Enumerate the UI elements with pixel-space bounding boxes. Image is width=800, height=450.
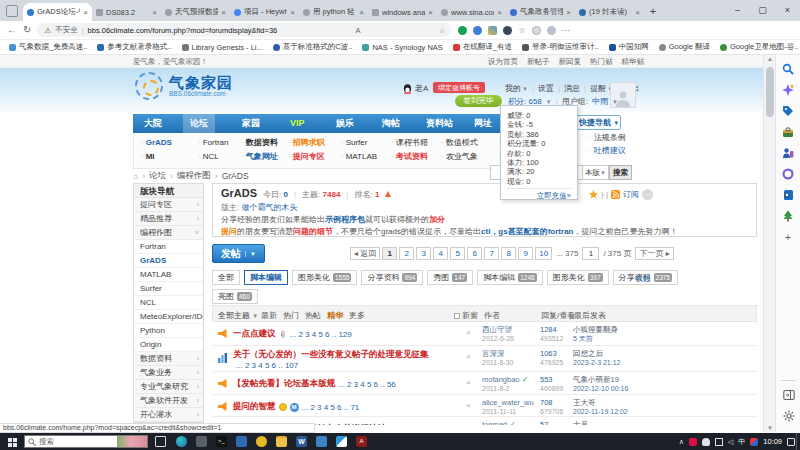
filter-popular[interactable]: 热门 <box>283 310 299 321</box>
acrobat-app-icon[interactable]: A <box>356 436 367 447</box>
link-rules[interactable]: ·法规条例 <box>588 131 626 144</box>
grammarly-extension-icon[interactable] <box>458 26 467 35</box>
browser-tab-4[interactable]: 用 python 轻 × <box>299 3 368 21</box>
breadcrumb-forum[interactable]: 论坛 <box>149 170 166 182</box>
browser-tab-0[interactable]: GrADS论坛-气 × <box>23 3 92 21</box>
tab-graphic-beautify[interactable]: 图形美化1555 <box>292 270 357 285</box>
page-5[interactable]: 5 <box>450 247 465 260</box>
tab-all[interactable]: 全部 <box>212 270 240 285</box>
usergroup-link[interactable]: 中雨 <box>592 96 608 107</box>
last-reply-author[interactable]: 回想之后 <box>573 349 603 358</box>
last-reply-time[interactable]: 2022-12-10 00:16 <box>573 385 628 392</box>
nav-home[interactable]: 家园 <box>235 114 267 133</box>
sidebar-item-operations[interactable]: 气象业务› <box>134 366 203 380</box>
thread-pages[interactable]: ... 2 3 4 5 6 .. 107 <box>236 361 298 370</box>
thread-pages[interactable]: ... 2 3 4 5 6 .. 71 <box>302 403 360 412</box>
new-window-checkbox[interactable] <box>454 313 460 319</box>
subnav-surfer[interactable]: ·Surfer <box>341 136 387 150</box>
thread-author[interactable]: alice_water_wu <box>482 398 534 407</box>
collapse-circle-icon[interactable]: – <box>642 189 653 200</box>
search-button[interactable]: 搜索 <box>609 165 632 180</box>
thread-pages[interactable]: ... 2 3 4 5 6 .. 129 <box>290 330 352 339</box>
thread-pages[interactable]: ... 2 3 4 5 6 <box>389 425 429 426</box>
sidebar-item-fun[interactable]: 开心灌水› <box>134 408 203 422</box>
last-reply-author[interactable]: 十月 <box>573 420 588 425</box>
taskbar-clock[interactable]: 10:09 <box>763 437 782 446</box>
bookmark-item[interactable]: Google 翻译 <box>659 42 710 52</box>
browser-tab-3[interactable]: 项目 - Heywh × <box>230 3 299 21</box>
refresh-icon[interactable]: ↻ <box>23 25 31 35</box>
discover-icon[interactable] <box>781 83 795 97</box>
scrollbar-thumb[interactable] <box>766 67 774 117</box>
terminal-app-icon[interactable]: >_ <box>216 436 227 447</box>
breadcrumb-section[interactable]: 编程作图 <box>177 170 211 182</box>
bookmark-item[interactable]: 气象数据_免费高速.. <box>9 42 87 52</box>
quick-nav-button[interactable]: 快捷导航 ▼ <box>577 115 621 130</box>
collections-icon[interactable] <box>532 26 541 35</box>
signin-done-button[interactable]: 签到完毕 <box>455 95 502 107</box>
tray-app-icon[interactable] <box>689 438 697 446</box>
sidebar-item-surfer[interactable]: Surfer <box>134 282 203 296</box>
favorite-star-icon[interactable] <box>589 190 598 199</box>
rss-icon[interactable] <box>611 190 620 199</box>
extension-icon[interactable] <box>473 26 482 35</box>
last-reply-time[interactable]: 5 天前 <box>573 335 593 342</box>
browser-tab-7[interactable]: 气象政务管理 × <box>506 3 575 21</box>
collapse-link[interactable]: - 收起 <box>630 273 651 284</box>
read-aloud-icon[interactable]: A <box>355 26 360 35</box>
subnav-qa[interactable]: ·提问专区 <box>288 150 338 164</box>
outlook-icon[interactable] <box>781 188 795 202</box>
show-desktop-strip[interactable] <box>796 433 800 450</box>
subnav-agro[interactable]: ·农业气象 <box>441 150 491 164</box>
subscribe-link[interactable]: 订阅 <box>623 189 639 200</box>
tab-close-icon[interactable]: × <box>290 8 295 17</box>
tab-bright-plots[interactable]: 亮图460 <box>212 289 258 304</box>
sidebar-item-programming[interactable]: 编程作图˅ <box>134 226 203 240</box>
tab-show-plots[interactable]: 秀图147 <box>427 270 473 285</box>
translate-extension-icon[interactable] <box>488 26 497 35</box>
thread-title[interactable]: 关于（无心发的）一些没有意义帖子的处理意见征集 <box>233 349 429 361</box>
sidebar-item-qa[interactable]: 提问专区› <box>134 198 203 212</box>
sidebar-item-software-dev[interactable]: 气象软件开发› <box>134 394 203 408</box>
bookmark-item[interactable]: Library Genesis - Li... <box>182 43 263 52</box>
nav-forum[interactable]: 论坛 <box>183 114 215 133</box>
close-button[interactable]: × <box>775 0 800 20</box>
dismiss-icon[interactable]: × <box>466 352 471 361</box>
globe-extension-icon[interactable] <box>503 26 512 35</box>
app-icon[interactable] <box>336 436 347 447</box>
settings-icon[interactable] <box>782 409 796 423</box>
url-field[interactable]: ⚠ 不安全 | bbs.06climate.com/forum.php?mod=… <box>37 23 452 37</box>
thread-title[interactable]: 一点点建议 <box>233 328 276 340</box>
filter-digest[interactable]: 精华 <box>327 310 343 321</box>
menu-settings[interactable]: 设置 <box>538 83 554 94</box>
site-logo[interactable]: 气象家园 BBS.06climate.com <box>135 72 233 100</box>
nav-dayuan[interactable]: 大院 <box>137 114 169 133</box>
sidebar-item-python[interactable]: Python <box>134 324 203 338</box>
sidebar-item-grads[interactable]: GrADS <box>134 254 203 268</box>
tab-script-edit[interactable]: 脚本编辑 <box>244 270 288 285</box>
page-back-button[interactable]: ◂ 返回 <box>350 247 380 260</box>
subnav-mi[interactable]: ·MI <box>141 150 193 164</box>
link-digest-posts[interactable]: 精华贴 <box>622 57 645 67</box>
tab-close-icon[interactable]: × <box>359 8 364 17</box>
menu-reminders[interactable]: 提醒 <box>590 83 606 94</box>
bookmark-item[interactable]: NAS - Synology NAS <box>362 43 442 52</box>
page-6[interactable]: 6 <box>467 247 482 260</box>
subnav-books[interactable]: ·课程书籍 <box>391 136 437 150</box>
subnav-fortran[interactable]: ·Fortran <box>198 136 238 150</box>
keepass-app-icon[interactable] <box>256 436 267 447</box>
last-reply-time[interactable]: 2022-11-19 12:02 <box>573 408 628 415</box>
games-icon[interactable] <box>781 167 795 181</box>
menu-messages[interactable]: 消息 <box>564 83 580 94</box>
link-feedback[interactable]: ·吐槽建议 <box>588 144 626 157</box>
maximize-button[interactable]: ▢ <box>750 0 775 20</box>
page-10[interactable]: 10 <box>535 247 552 260</box>
sidebar-item-meteoexplorer[interactable]: MeteoExplorer/IDL/ <box>134 310 203 324</box>
new-post-button[interactable]: 发帖▼ <box>212 244 265 263</box>
subnav-models[interactable]: ·数值模式 <box>441 136 491 150</box>
tab-graphic-beautify-2[interactable]: 图形美化397 <box>547 270 609 285</box>
page-3[interactable]: 3 <box>416 247 431 260</box>
subnav-matlab[interactable]: ·MATLAB <box>341 150 387 164</box>
dismiss-icon[interactable]: × <box>466 401 471 410</box>
page-2[interactable]: 2 <box>399 247 414 260</box>
